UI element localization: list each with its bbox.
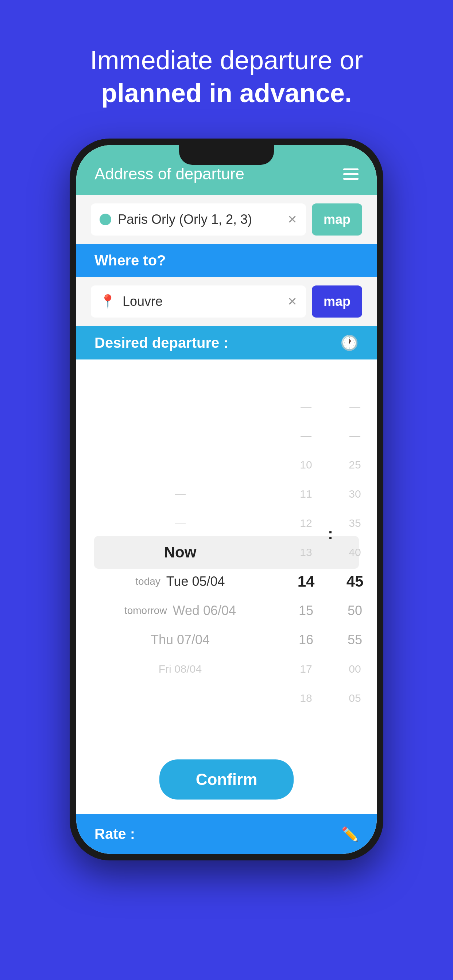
picker-item-fri: Fri 08/04 [76,654,284,684]
minute-item: 40 [333,538,377,567]
picker-item: — [76,479,284,509]
header-title: Address of departure [94,165,244,183]
minute-item: 50 [333,596,377,625]
departure-clear-icon[interactable]: ✕ [287,213,297,226]
rate-bar: Rate : ✏️ [76,814,377,854]
hour-item: 18 [284,684,328,713]
destination-input-row: 📍 Louvre ✕ map [91,285,362,318]
headline-line1: Immediate departure or [90,46,363,75]
destination-pin-icon: 📍 [100,294,116,309]
departure-dot-icon [100,214,111,225]
picker-item-now: Now [76,538,284,567]
departure-input-field[interactable]: Paris Orly (Orly 1, 2, 3) ✕ [91,204,306,235]
time-separator: : [328,525,333,579]
minute-selected: 45 [333,567,377,596]
minute-item: — [333,392,377,421]
minute-item: 00 [333,654,377,684]
desired-departure-section: Desired departure : 🕐 [76,326,377,360]
headline-line2: planned in advance. [101,78,352,108]
phone-shell: Address of departure Paris Orly (Orly 1,… [70,138,383,861]
picker-item-today: today Tue 05/04 [76,567,284,596]
departure-value: Paris Orly (Orly 1, 2, 3) [118,212,281,227]
picker-item: — [76,509,284,538]
confirm-button[interactable]: Confirm [160,759,294,800]
hour-item: 13 [284,538,328,567]
picker-item-tomorrow: tomorrow Wed 06/04 [76,596,284,625]
minute-item: 05 [333,684,377,713]
departure-input-row: Paris Orly (Orly 1, 2, 3) ✕ map [91,204,362,235]
hour-column: — — 10 11 12 13 14 15 16 17 18 [284,392,328,713]
hamburger-menu-icon[interactable] [343,169,359,180]
hour-item: 15 [284,596,328,625]
minute-item: 30 [333,479,377,509]
minute-item: 35 [333,509,377,538]
hour-item: 12 [284,509,328,538]
hour-item: 11 [284,479,328,509]
hour-item: 17 [284,654,328,684]
clock-icon: 🕐 [340,334,359,352]
date-tue: Tue 05/04 [166,574,225,589]
hour-item: 10 [284,450,328,479]
destination-clear-icon[interactable]: ✕ [287,294,297,309]
phone-screen: Address of departure Paris Orly (Orly 1,… [76,145,377,854]
picker-item [76,421,284,450]
picker-container: — — Now today Tue 05/04 tomorrow Wed 06/… [76,367,377,738]
departure-map-button[interactable]: map [312,204,362,235]
edit-icon[interactable]: ✏️ [341,826,359,842]
now-label: Now [164,544,196,561]
phone-mockup: Address of departure Paris Orly (Orly 1,… [70,138,383,861]
date-wed: Wed 06/04 [173,603,236,618]
hour-selected: 14 [284,567,328,596]
picker-item-thu: Thu 07/04 [76,625,284,654]
headline: Immediate departure or planned in advanc… [62,44,391,110]
time-picker-area[interactable]: — — Now today Tue 05/04 tomorrow Wed 06/… [76,360,377,748]
hour-item: — [284,392,328,421]
desired-departure-label: Desired departure : [94,335,228,351]
tomorrow-prefix: tomorrow [124,605,167,617]
destination-map-button[interactable]: map [312,285,362,318]
rate-label: Rate : [94,826,135,842]
confirm-section: Confirm [76,748,377,814]
picker-item [76,450,284,479]
minute-item: 55 [333,625,377,654]
hour-item: — [284,421,328,450]
hour-item: 16 [284,625,328,654]
date-thu: Thu 07/04 [151,632,210,648]
destination-value: Louvre [123,294,281,309]
today-prefix: today [135,576,161,587]
minute-item: 25 [333,450,377,479]
minute-column: — — 25 30 35 40 45 50 55 00 05 [333,392,377,713]
destination-input-field[interactable]: 📍 Louvre ✕ [91,285,306,318]
date-fri: Fri 08/04 [159,663,202,675]
where-to-section: Where to? [76,244,377,277]
where-to-label: Where to? [94,252,166,268]
destination-section: 📍 Louvre ✕ map [76,277,377,326]
departure-section: Paris Orly (Orly 1, 2, 3) ✕ map [76,195,377,244]
phone-notch [179,145,274,165]
date-column: — — Now today Tue 05/04 tomorrow Wed 06/… [76,421,284,684]
minute-item: — [333,421,377,450]
